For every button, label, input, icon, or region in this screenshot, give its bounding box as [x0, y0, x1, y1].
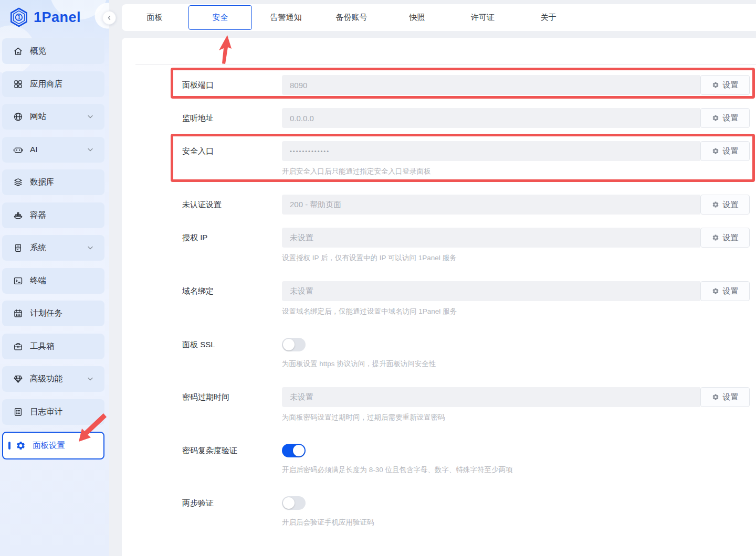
sidebar-item-label: 概览: [30, 46, 46, 57]
security-entrance-settings-button[interactable]: 设置: [700, 141, 750, 161]
form-row-password-complexity: 密码复杂度验证开启后密码必须满足长度为 8-30 位且包含字母、数字、特殊字符至…: [182, 441, 750, 475]
form-row-password-expire: 密码过期时间未设置设置为面板密码设置过期时间，过期后需要重新设置密码: [182, 387, 750, 422]
sidebar-item-website[interactable]: 网站: [2, 104, 104, 130]
settings-button-label: 设置: [723, 233, 739, 243]
sidebar-item-terminal[interactable]: 终端: [2, 268, 104, 294]
field-control: 开启后密码必须满足长度为 8-30 位且包含字母、数字、特殊字符至少两项: [282, 441, 750, 475]
toggle-knob: [283, 497, 295, 509]
field-label: 两步验证: [182, 493, 282, 527]
svg-text:1: 1: [17, 14, 21, 21]
field-label: 密码过期时间: [182, 387, 282, 422]
tab-backup-accounts[interactable]: 备份账号: [319, 4, 384, 31]
password-expire-settings-button[interactable]: 设置: [700, 387, 750, 407]
brand: 1 1Panel: [0, 0, 109, 35]
sidebar-collapse-button[interactable]: [102, 11, 116, 25]
sidebar-item-database[interactable]: 数据库: [2, 169, 104, 195]
sidebar-item-toolbox[interactable]: 工具箱: [2, 334, 104, 359]
sidebar-item-label: 网站: [30, 111, 46, 122]
globe-icon: [13, 112, 23, 122]
password-expire-input-group: 未设置设置: [282, 387, 750, 407]
gear-icon: [16, 441, 26, 451]
sidebar-item-cronjob[interactable]: 计划任务: [2, 301, 104, 326]
sidebar-item-label: 数据库: [30, 177, 55, 188]
field-control: •••••••••••••设置开启安全入口后只能通过指定安全入口登录面板: [282, 141, 750, 176]
form-row-security-entrance: 安全入口•••••••••••••设置开启安全入口后只能通过指定安全入口登录面板: [182, 141, 750, 176]
unauthed-response-settings-button[interactable]: 设置: [700, 195, 750, 215]
panel-ssl-toggle[interactable]: [282, 338, 306, 351]
field-label: 未认证设置: [182, 195, 282, 215]
security-settings-panel: 面板端口8090设置监听地址0.0.0.0设置安全入口•••••••••••••…: [122, 38, 756, 556]
field-label: 密码复杂度验证: [182, 441, 282, 475]
form-row-bind-domain: 域名绑定未设置设置设置域名绑定后，仅能通过设置中域名访问 1Panel 服务: [182, 281, 750, 316]
tab-about[interactable]: 关于: [516, 4, 581, 31]
field-label: 面板 SSL: [182, 335, 282, 369]
bind-domain-settings-button[interactable]: 设置: [700, 281, 750, 301]
field-helper: 为面板密码设置过期时间，过期后需要重新设置密码: [282, 413, 750, 422]
allow-ips-input-group: 未设置设置: [282, 228, 750, 248]
bind-address-input-group: 0.0.0.0设置: [282, 108, 750, 128]
sidebar-item-advanced[interactable]: 高级功能: [2, 366, 104, 392]
tab-panel[interactable]: 面板: [122, 4, 187, 31]
field-helper: 为面板设置 https 协议访问，提升面板访问安全性: [282, 359, 750, 369]
sidebar-item-panel-settings[interactable]: 面板设置: [2, 432, 104, 459]
field-helper: 开启后密码必须满足长度为 8-30 位且包含字母、数字、特殊字符至少两项: [282, 465, 750, 475]
server-icon: [13, 243, 23, 253]
gem-icon: [13, 374, 23, 384]
sidebar-item-overview[interactable]: 概览: [2, 38, 104, 64]
bind-address-settings-button[interactable]: 设置: [700, 108, 750, 128]
sidebar-item-logs[interactable]: 日志审计: [2, 399, 104, 425]
brand-logo-icon: 1: [8, 7, 29, 28]
settings-button-label: 设置: [723, 80, 739, 90]
field-label: 监听地址: [182, 108, 282, 128]
app-root: 1 1Panel 概览应用商店网站AI数据库容器系统终端计划任务工具箱高级功能日…: [0, 0, 756, 556]
gear-icon: [712, 201, 719, 208]
field-control: 0.0.0.0设置: [282, 108, 750, 128]
sidebar-item-label: 容器: [30, 210, 46, 221]
toolbox-icon: [13, 341, 23, 351]
sidebar-item-system[interactable]: 系统: [2, 235, 104, 261]
gear-icon: [712, 81, 719, 89]
field-control: 开启后会验证手机应用验证码: [282, 493, 750, 527]
field-helper: 设置授权 IP 后，仅有设置中的 IP 可以访问 1Panel 服务: [282, 253, 750, 263]
panel-port-settings-button[interactable]: 设置: [700, 75, 750, 95]
form-row-mfa: 两步验证开启后会验证手机应用验证码: [182, 493, 750, 527]
mfa-toggle[interactable]: [282, 496, 306, 510]
home-icon: [13, 46, 23, 56]
sidebar-item-ai[interactable]: AI: [2, 137, 104, 163]
sidebar-item-app-store[interactable]: 应用商店: [2, 71, 104, 97]
tab-snapshots[interactable]: 快照: [384, 4, 450, 31]
form-row-allow-ips: 授权 IP未设置设置设置授权 IP 后，仅有设置中的 IP 可以访问 1Pane…: [182, 228, 750, 263]
password-expire-field: 未设置: [282, 387, 700, 407]
sidebar-item-label: 工具箱: [30, 341, 55, 352]
bind-address-field: 0.0.0.0: [282, 108, 700, 128]
chevron-down-icon: [88, 377, 93, 381]
sidebar-nav: 概览应用商店网站AI数据库容器系统终端计划任务工具箱高级功能日志审计面板设置: [0, 35, 109, 459]
field-control: 未设置设置为面板密码设置过期时间，过期后需要重新设置密码: [282, 387, 750, 422]
gear-icon: [712, 114, 719, 122]
field-helper: 开启后会验证手机应用验证码: [282, 518, 750, 527]
settings-button-label: 设置: [723, 392, 739, 402]
security-entrance-input-group: •••••••••••••设置: [282, 141, 750, 161]
allow-ips-field: 未设置: [282, 228, 700, 248]
bind-domain-field: 未设置: [282, 281, 700, 301]
container-icon: [13, 210, 23, 220]
tab-license[interactable]: 许可证: [450, 4, 516, 31]
sidebar-item-label: 计划任务: [30, 308, 62, 319]
security-entrance-field: •••••••••••••: [282, 141, 700, 161]
password-complexity-toggle[interactable]: [282, 444, 306, 457]
tabs: 面板安全告警通知备份账号快照许可证关于: [122, 4, 756, 31]
sidebar-item-label: 面板设置: [33, 440, 65, 451]
sidebar-item-container[interactable]: 容器: [2, 202, 104, 228]
form-row-panel-port: 面板端口8090设置: [182, 75, 750, 95]
field-label: 授权 IP: [182, 228, 282, 263]
tab-alerts[interactable]: 告警通知: [253, 4, 319, 31]
settings-tabbar: 面板安全告警通知备份账号快照许可证关于: [122, 4, 756, 31]
active-indicator: [8, 442, 10, 450]
unauthed-response-field: 200 - 帮助页面: [282, 195, 700, 215]
tab-security[interactable]: 安全: [188, 5, 252, 30]
field-control: 为面板设置 https 协议访问，提升面板访问安全性: [282, 335, 750, 369]
panel-port-field: 8090: [282, 75, 700, 95]
allow-ips-settings-button[interactable]: 设置: [700, 228, 750, 248]
unauthed-response-input-group: 200 - 帮助页面设置: [282, 195, 750, 215]
log-icon: [13, 407, 23, 417]
